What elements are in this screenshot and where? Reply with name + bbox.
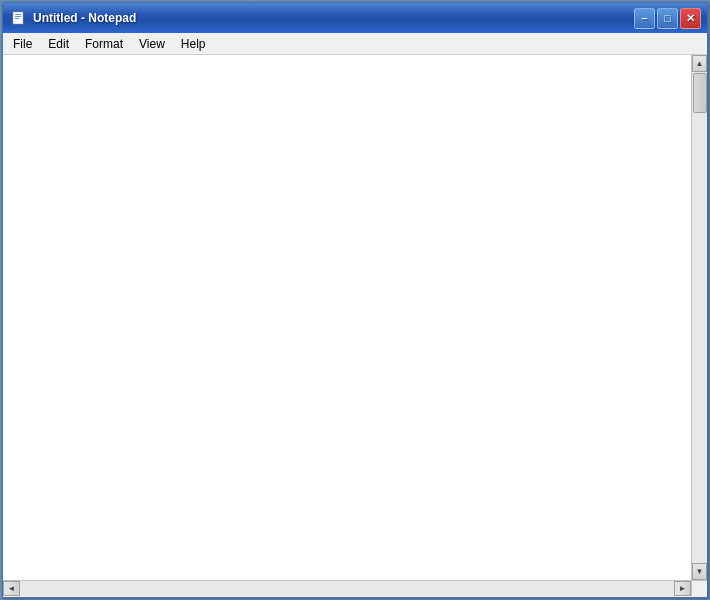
app-icon xyxy=(11,10,27,26)
menu-file[interactable]: File xyxy=(5,35,40,53)
menu-help[interactable]: Help xyxy=(173,35,214,53)
scrollbar-corner xyxy=(691,580,707,596)
title-bar: Untitled - Notepad – □ ✕ xyxy=(3,3,707,33)
bottom-bar: ◄ ► xyxy=(3,580,707,597)
notepad-window: Untitled - Notepad – □ ✕ File Edit Forma… xyxy=(2,2,708,598)
horizontal-scrollbar: ◄ ► xyxy=(3,580,691,596)
scroll-right-button[interactable]: ► xyxy=(674,581,691,596)
text-editor[interactable] xyxy=(3,55,691,580)
window-title: Untitled - Notepad xyxy=(33,11,136,25)
svg-rect-2 xyxy=(15,16,21,17)
scroll-track-h[interactable] xyxy=(20,581,674,596)
svg-rect-3 xyxy=(15,18,19,19)
menu-bar: File Edit Format View Help xyxy=(3,33,707,55)
title-bar-left: Untitled - Notepad xyxy=(11,10,136,26)
menu-view[interactable]: View xyxy=(131,35,173,53)
maximize-button[interactable]: □ xyxy=(657,8,678,29)
content-area: ▲ ▼ xyxy=(3,55,707,580)
menu-format[interactable]: Format xyxy=(77,35,131,53)
close-button[interactable]: ✕ xyxy=(680,8,701,29)
scroll-down-button[interactable]: ▼ xyxy=(692,563,707,580)
window-controls: – □ ✕ xyxy=(634,8,701,29)
vertical-scrollbar: ▲ ▼ xyxy=(691,55,707,580)
svg-rect-1 xyxy=(15,14,21,15)
minimize-button[interactable]: – xyxy=(634,8,655,29)
menu-edit[interactable]: Edit xyxy=(40,35,77,53)
scroll-track-v[interactable] xyxy=(692,72,707,563)
scroll-left-button[interactable]: ◄ xyxy=(3,581,20,596)
scroll-thumb-v[interactable] xyxy=(693,73,707,113)
scroll-up-button[interactable]: ▲ xyxy=(692,55,707,72)
